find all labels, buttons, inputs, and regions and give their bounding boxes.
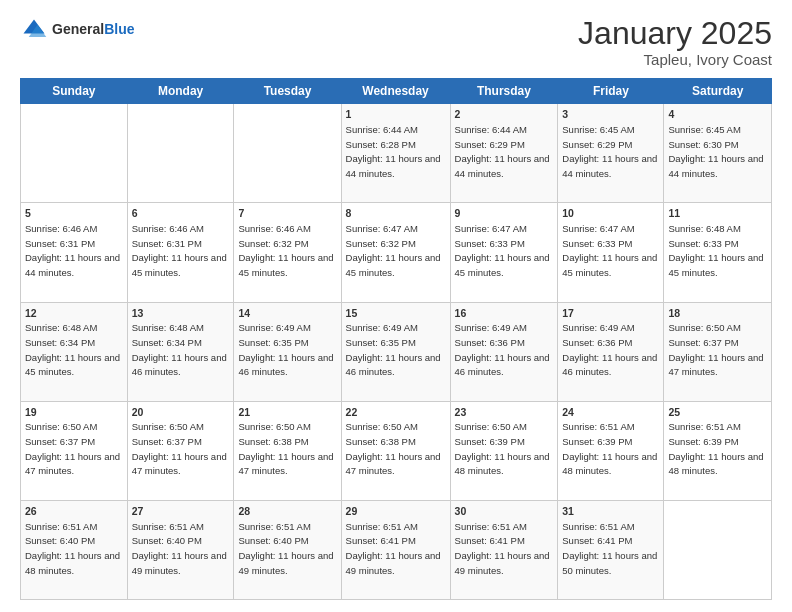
cell-text: Daylight: 11 hours and 47 minutes. xyxy=(132,451,227,477)
calendar-week-row: 26Sunrise: 6:51 AMSunset: 6:40 PMDayligh… xyxy=(21,500,772,599)
calendar-cell: 24Sunrise: 6:51 AMSunset: 6:39 PMDayligh… xyxy=(558,401,664,500)
cell-text: Sunset: 6:37 PM xyxy=(668,337,738,348)
logo-icon xyxy=(20,16,48,44)
day-number: 11 xyxy=(668,207,680,219)
calendar-cell: 28Sunrise: 6:51 AMSunset: 6:40 PMDayligh… xyxy=(234,500,341,599)
calendar-cell: 16Sunrise: 6:49 AMSunset: 6:36 PMDayligh… xyxy=(450,302,558,401)
cell-text: Sunrise: 6:47 AM xyxy=(562,223,634,234)
day-number: 22 xyxy=(346,406,358,418)
cell-text: Sunset: 6:35 PM xyxy=(346,337,416,348)
calendar-cell: 5Sunrise: 6:46 AMSunset: 6:31 PMDaylight… xyxy=(21,203,128,302)
day-number: 8 xyxy=(346,207,352,219)
calendar-body: 1Sunrise: 6:44 AMSunset: 6:28 PMDaylight… xyxy=(21,104,772,600)
calendar-week-row: 19Sunrise: 6:50 AMSunset: 6:37 PMDayligh… xyxy=(21,401,772,500)
calendar-cell: 14Sunrise: 6:49 AMSunset: 6:35 PMDayligh… xyxy=(234,302,341,401)
cell-text: Daylight: 11 hours and 46 minutes. xyxy=(455,352,550,378)
cell-text: Daylight: 11 hours and 49 minutes. xyxy=(238,550,333,576)
calendar-week-row: 12Sunrise: 6:48 AMSunset: 6:34 PMDayligh… xyxy=(21,302,772,401)
calendar-cell: 30Sunrise: 6:51 AMSunset: 6:41 PMDayligh… xyxy=(450,500,558,599)
cell-text: Sunrise: 6:44 AM xyxy=(455,124,527,135)
header-day: Tuesday xyxy=(234,79,341,104)
calendar-cell: 7Sunrise: 6:46 AMSunset: 6:32 PMDaylight… xyxy=(234,203,341,302)
day-number: 27 xyxy=(132,505,144,517)
calendar-cell: 12Sunrise: 6:48 AMSunset: 6:34 PMDayligh… xyxy=(21,302,128,401)
calendar-cell: 2Sunrise: 6:44 AMSunset: 6:29 PMDaylight… xyxy=(450,104,558,203)
cell-text: Sunset: 6:34 PM xyxy=(132,337,202,348)
calendar-cell: 21Sunrise: 6:50 AMSunset: 6:38 PMDayligh… xyxy=(234,401,341,500)
cell-text: Sunset: 6:36 PM xyxy=(562,337,632,348)
calendar-title: January 2025 xyxy=(578,16,772,51)
cell-text: Sunrise: 6:50 AM xyxy=(668,322,740,333)
cell-text: Daylight: 11 hours and 45 minutes. xyxy=(25,352,120,378)
calendar-cell xyxy=(234,104,341,203)
calendar-cell: 18Sunrise: 6:50 AMSunset: 6:37 PMDayligh… xyxy=(664,302,772,401)
cell-text: Sunset: 6:40 PM xyxy=(132,535,202,546)
cell-text: Daylight: 11 hours and 48 minutes. xyxy=(668,451,763,477)
calendar-cell: 11Sunrise: 6:48 AMSunset: 6:33 PMDayligh… xyxy=(664,203,772,302)
day-number: 10 xyxy=(562,207,574,219)
cell-text: Daylight: 11 hours and 44 minutes. xyxy=(346,153,441,179)
logo: GeneralBlue xyxy=(20,16,134,44)
cell-text: Sunrise: 6:48 AM xyxy=(132,322,204,333)
day-number: 4 xyxy=(668,108,674,120)
cell-text: Daylight: 11 hours and 46 minutes. xyxy=(238,352,333,378)
cell-text: Sunset: 6:30 PM xyxy=(668,139,738,150)
cell-text: Sunrise: 6:51 AM xyxy=(455,521,527,532)
cell-text: Sunset: 6:34 PM xyxy=(25,337,95,348)
cell-text: Sunset: 6:28 PM xyxy=(346,139,416,150)
calendar-cell: 25Sunrise: 6:51 AMSunset: 6:39 PMDayligh… xyxy=(664,401,772,500)
day-number: 16 xyxy=(455,307,467,319)
cell-text: Daylight: 11 hours and 46 minutes. xyxy=(132,352,227,378)
cell-text: Sunrise: 6:49 AM xyxy=(562,322,634,333)
cell-text: Sunrise: 6:51 AM xyxy=(346,521,418,532)
cell-text: Sunrise: 6:51 AM xyxy=(25,521,97,532)
calendar-cell: 19Sunrise: 6:50 AMSunset: 6:37 PMDayligh… xyxy=(21,401,128,500)
cell-text: Daylight: 11 hours and 44 minutes. xyxy=(25,252,120,278)
cell-text: Daylight: 11 hours and 47 minutes. xyxy=(346,451,441,477)
cell-text: Sunset: 6:38 PM xyxy=(238,436,308,447)
day-number: 21 xyxy=(238,406,250,418)
cell-text: Sunset: 6:29 PM xyxy=(562,139,632,150)
cell-text: Daylight: 11 hours and 49 minutes. xyxy=(455,550,550,576)
cell-text: Sunrise: 6:51 AM xyxy=(132,521,204,532)
day-number: 19 xyxy=(25,406,37,418)
calendar-cell: 10Sunrise: 6:47 AMSunset: 6:33 PMDayligh… xyxy=(558,203,664,302)
calendar-cell xyxy=(21,104,128,203)
header-day: Thursday xyxy=(450,79,558,104)
calendar-week-row: 1Sunrise: 6:44 AMSunset: 6:28 PMDaylight… xyxy=(21,104,772,203)
cell-text: Daylight: 11 hours and 48 minutes. xyxy=(455,451,550,477)
cell-text: Sunset: 6:37 PM xyxy=(25,436,95,447)
cell-text: Daylight: 11 hours and 45 minutes. xyxy=(455,252,550,278)
day-number: 9 xyxy=(455,207,461,219)
day-number: 23 xyxy=(455,406,467,418)
day-number: 14 xyxy=(238,307,250,319)
calendar-table: SundayMondayTuesdayWednesdayThursdayFrid… xyxy=(20,78,772,600)
cell-text: Sunrise: 6:50 AM xyxy=(346,421,418,432)
cell-text: Sunrise: 6:51 AM xyxy=(562,421,634,432)
cell-text: Sunset: 6:29 PM xyxy=(455,139,525,150)
calendar-cell: 13Sunrise: 6:48 AMSunset: 6:34 PMDayligh… xyxy=(127,302,234,401)
header-day: Monday xyxy=(127,79,234,104)
cell-text: Daylight: 11 hours and 45 minutes. xyxy=(562,252,657,278)
day-number: 24 xyxy=(562,406,574,418)
day-number: 12 xyxy=(25,307,37,319)
cell-text: Sunset: 6:32 PM xyxy=(346,238,416,249)
cell-text: Sunrise: 6:49 AM xyxy=(346,322,418,333)
cell-text: Sunset: 6:40 PM xyxy=(25,535,95,546)
calendar-cell xyxy=(664,500,772,599)
cell-text: Sunset: 6:35 PM xyxy=(238,337,308,348)
cell-text: Daylight: 11 hours and 45 minutes. xyxy=(668,252,763,278)
day-number: 13 xyxy=(132,307,144,319)
calendar-header: SundayMondayTuesdayWednesdayThursdayFrid… xyxy=(21,79,772,104)
cell-text: Daylight: 11 hours and 48 minutes. xyxy=(562,451,657,477)
calendar-cell: 9Sunrise: 6:47 AMSunset: 6:33 PMDaylight… xyxy=(450,203,558,302)
calendar-cell: 15Sunrise: 6:49 AMSunset: 6:35 PMDayligh… xyxy=(341,302,450,401)
calendar-cell: 31Sunrise: 6:51 AMSunset: 6:41 PMDayligh… xyxy=(558,500,664,599)
cell-text: Sunrise: 6:48 AM xyxy=(668,223,740,234)
day-number: 31 xyxy=(562,505,574,517)
day-number: 20 xyxy=(132,406,144,418)
day-number: 26 xyxy=(25,505,37,517)
header-row: SundayMondayTuesdayWednesdayThursdayFrid… xyxy=(21,79,772,104)
cell-text: Sunrise: 6:50 AM xyxy=(25,421,97,432)
cell-text: Daylight: 11 hours and 49 minutes. xyxy=(132,550,227,576)
